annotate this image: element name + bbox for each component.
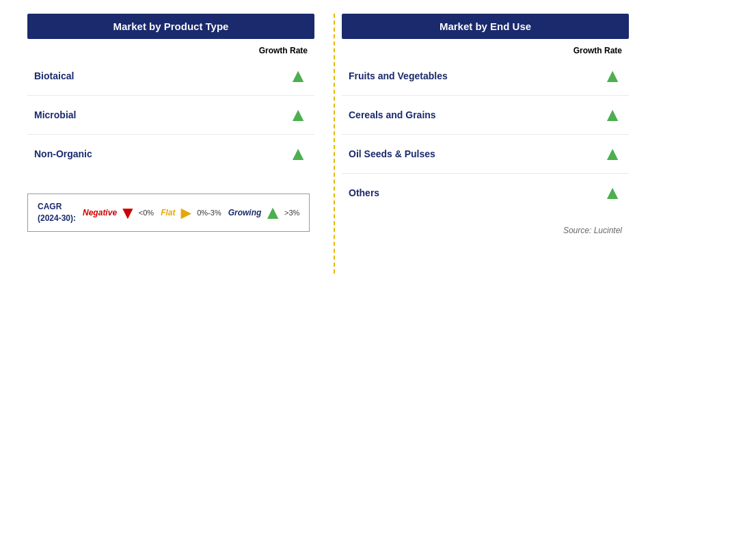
left-growth-rate-header: Growth Rate [27, 46, 314, 55]
right-growth-rate-header: Growth Rate [342, 46, 629, 55]
item-label-non-organic: Non-Organic [34, 148, 92, 159]
left-growth-rate-label: Growth Rate [259, 46, 308, 55]
item-label-biotaical: Biotaical [34, 70, 74, 81]
right-title: Market by End Use [440, 21, 531, 32]
down-arrow-icon: ▼ [119, 204, 137, 222]
up-arrow-icon: ▲ [288, 105, 308, 124]
legend-flat-label: Flat [161, 208, 175, 217]
right-section: Market by End Use Growth Rate Fruits and… [342, 14, 629, 531]
up-arrow-icon: ▲ [288, 144, 308, 163]
list-item: Microbial ▲ [27, 96, 314, 135]
legend-growing-sub: >3% [284, 209, 299, 217]
list-item: Cereals and Grains ▲ [342, 96, 629, 135]
item-label-microbial: Microbial [34, 109, 76, 120]
up-arrow-icon: ▲ [603, 105, 622, 124]
list-item: Non-Organic ▲ [27, 135, 314, 173]
legend-growing: Growing ▲ >3% [228, 203, 300, 222]
section-divider [334, 14, 335, 274]
legend-negative: Negative ▼ <0% [83, 204, 154, 222]
list-item: Fruits and Vegetables ▲ [342, 57, 629, 96]
right-items-container: Fruits and Vegetables ▲ Cereals and Grai… [342, 57, 629, 212]
right-arrow-icon: ► [177, 204, 195, 222]
legend-flat-sub: 0%-3% [197, 209, 221, 217]
legend-growing-label: Growing [228, 208, 262, 217]
list-item: Oil Seeds & Pulses ▲ [342, 135, 629, 174]
item-label-oilseeds: Oil Seeds & Pulses [349, 148, 435, 159]
list-item: Others ▲ [342, 174, 629, 212]
source-text: Source: Lucintel [342, 226, 629, 235]
up-arrow-icon: ▲ [603, 66, 622, 85]
legend-cagr-label: CAGR(2024-30): [38, 201, 76, 224]
left-section: Market by Product Type Growth Rate Biota… [27, 14, 314, 531]
left-section-header: Market by Product Type [27, 14, 314, 39]
right-section-header: Market by End Use [342, 14, 629, 39]
left-title: Market by Product Type [113, 21, 229, 32]
left-items-container: Biotaical ▲ Microbial ▲ Non-Organic ▲ [27, 57, 314, 173]
list-item: Biotaical ▲ [27, 57, 314, 96]
up-arrow-icon: ▲ [603, 183, 622, 202]
legend-negative-label: Negative [83, 208, 117, 217]
up-arrow-icon-legend: ▲ [263, 203, 282, 222]
up-arrow-icon: ▲ [288, 66, 308, 85]
up-arrow-icon: ▲ [603, 144, 622, 163]
item-label-others: Others [349, 187, 379, 198]
legend-box: CAGR(2024-30): Negative ▼ <0% Flat ► 0%-… [27, 194, 310, 232]
item-label-fruits: Fruits and Vegetables [349, 70, 448, 81]
legend-negative-sub: <0% [139, 209, 154, 217]
legend-flat: Flat ► 0%-3% [161, 204, 221, 222]
right-growth-rate-label: Growth Rate [573, 46, 622, 55]
item-label-cereals: Cereals and Grains [349, 109, 436, 120]
